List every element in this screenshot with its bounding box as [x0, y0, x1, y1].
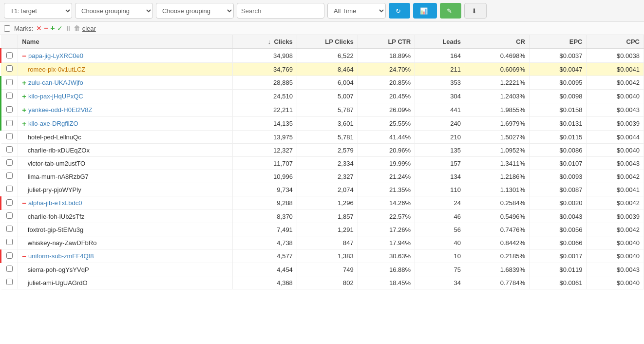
row-name-label[interactable]: zulu-can-UKAJWjfo	[28, 79, 83, 86]
row-checkbox[interactable]	[6, 79, 13, 85]
row-checkbox[interactable]	[6, 279, 13, 285]
clear-button[interactable]: clear	[82, 25, 96, 32]
row-checkbox-cell	[1, 263, 18, 276]
row-checkbox[interactable]	[6, 199, 13, 206]
header-cr[interactable]: CR	[465, 35, 529, 49]
row-checkbox-cell	[1, 103, 18, 117]
mark-minus-icon[interactable]: −	[44, 24, 48, 33]
row-name: − uniform-sub-zmFF4Qf8	[18, 249, 232, 263]
grouping2-select[interactable]: Choose grouping	[156, 3, 234, 19]
drilldown-button[interactable]: 📊	[413, 3, 437, 19]
row-name: + kilo-axe-DRgfilZO	[18, 117, 232, 131]
header-clicks[interactable]: ↓ Clicks	[232, 35, 297, 49]
row-checkbox[interactable]	[6, 252, 13, 259]
header-cpc[interactable]: CPC	[587, 35, 644, 49]
row-cr: 0.5496%	[465, 210, 529, 223]
row-lp-clicks: 1,857	[297, 210, 358, 223]
row-checkbox[interactable]	[6, 133, 13, 139]
row-checkbox[interactable]	[6, 120, 13, 126]
t1-select[interactable]: T1:Target	[4, 3, 72, 19]
edit-button[interactable]: ✎	[440, 3, 461, 19]
mark-check-icon[interactable]: ✓	[57, 24, 63, 32]
mark-x-icon[interactable]: ✕	[36, 24, 42, 32]
header-lp-clicks[interactable]: LP Clicks	[297, 35, 358, 49]
row-cr: 0.6069%	[465, 63, 529, 76]
table-row: − hotel-ped-LellnuQc 13,975 5,781 41.44%…	[1, 131, 644, 144]
row-lp-ctr: 20.96%	[358, 144, 415, 157]
row-name-label[interactable]: hotel-ped-LellnuQc	[28, 134, 81, 141]
header-checkbox	[1, 35, 18, 49]
row-checkbox[interactable]	[6, 226, 13, 232]
row-checkbox[interactable]	[6, 239, 13, 245]
row-epc: $0.0095	[530, 76, 587, 90]
row-checkbox[interactable]	[6, 146, 13, 153]
row-name-label[interactable]: uniform-sub-zmFF4Qf8	[28, 252, 94, 260]
marker-none: −	[22, 134, 26, 141]
row-lp-ctr: 21.35%	[358, 183, 415, 196]
row-name-label[interactable]: juliet-ami-UgUAGrdO	[28, 279, 88, 287]
marks-label: Marks:	[14, 25, 33, 32]
row-lp-clicks: 8,464	[297, 63, 358, 76]
row-name-label[interactable]: charlie-rib-xDUEqZOx	[28, 147, 90, 154]
row-name-label[interactable]: whiskey-nay-ZawDFbRo	[28, 239, 97, 247]
row-checkbox[interactable]	[6, 65, 13, 72]
row-lp-clicks: 847	[297, 236, 358, 249]
row-checkbox[interactable]	[6, 212, 13, 219]
row-cpc: $0.0042	[587, 170, 644, 183]
toolbar: T1:Target Choose grouping Choose groupin…	[0, 0, 644, 22]
row-epc: $0.0017	[530, 249, 587, 263]
row-lp-clicks: 6,522	[297, 49, 358, 63]
search-input[interactable]	[237, 3, 324, 19]
select-all-checkbox[interactable]	[4, 25, 10, 32]
row-cpc: $0.0042	[587, 76, 644, 90]
row-lp-clicks: 2,334	[297, 157, 358, 170]
row-checkbox[interactable]	[6, 52, 13, 58]
csv-icon: ⬇	[472, 7, 477, 15]
row-name-label[interactable]: juliet-pry-pjoWYPly	[28, 186, 81, 193]
row-epc: $0.0098	[530, 90, 587, 103]
row-name-label[interactable]: yankee-odd-H0El2V8Z	[28, 106, 93, 114]
mark-pause-icon[interactable]: ⏸	[65, 24, 72, 32]
row-cr: 1.6839%	[465, 263, 529, 276]
row-name-label[interactable]: papa-jig-LyXRC0e0	[28, 52, 83, 59]
row-name-label[interactable]: charlie-foh-iUb2sTfz	[28, 213, 84, 220]
header-leads[interactable]: Leads	[415, 35, 465, 49]
refresh-button[interactable]: ↻	[389, 3, 410, 19]
row-name-label[interactable]: foxtrot-gip-5tElVu3g	[28, 226, 83, 233]
row-name-label[interactable]: alpha-jib-eTxLbdc0	[28, 199, 82, 207]
row-lp-ctr: 20.85%	[358, 76, 415, 90]
row-checkbox[interactable]	[6, 186, 13, 192]
row-cpc: $0.0040	[587, 276, 644, 289]
time-select[interactable]: All Time	[327, 3, 386, 19]
csv-button[interactable]: ⬇	[464, 3, 487, 19]
row-leads: 24	[415, 196, 465, 210]
row-leads: 56	[415, 223, 465, 236]
row-lp-ctr: 41.44%	[358, 131, 415, 144]
row-checkbox[interactable]	[6, 159, 13, 166]
row-leads: 34	[415, 276, 465, 289]
header-name[interactable]: Name	[18, 35, 232, 49]
row-cr: 0.7784%	[465, 276, 529, 289]
row-lp-clicks: 5,007	[297, 90, 358, 103]
marker-none: −	[22, 239, 26, 247]
row-lp-ctr: 19.99%	[358, 157, 415, 170]
row-name-label[interactable]: victor-tab-um2ustTO	[28, 160, 85, 167]
row-name-label[interactable]: kilo-axe-DRgfilZO	[28, 120, 78, 127]
mark-plus-icon[interactable]: +	[50, 24, 55, 33]
grouping1-select[interactable]: Choose grouping	[75, 3, 153, 19]
row-name-label[interactable]: kilo-pax-jHqUPxQC	[28, 93, 83, 100]
row-lp-clicks: 1,383	[297, 249, 358, 263]
row-name-label[interactable]: romeo-pix-0v1utLCZ	[28, 66, 86, 73]
row-name-label[interactable]: sierra-poh-ogYsYVqP	[28, 266, 89, 273]
row-checkbox[interactable]	[6, 172, 13, 179]
row-checkbox[interactable]	[6, 93, 13, 99]
marker-red-icon: −	[22, 199, 26, 207]
row-checkbox[interactable]	[6, 266, 13, 272]
row-lp-ctr: 18.89%	[358, 49, 415, 63]
row-name-label[interactable]: lima-mum-nA8RzbG7	[28, 173, 89, 180]
header-lp-ctr[interactable]: LP CTR	[358, 35, 415, 49]
row-lp-clicks: 2,579	[297, 144, 358, 157]
header-epc[interactable]: EPC	[530, 35, 587, 49]
mark-trash-icon[interactable]: 🗑	[74, 24, 80, 32]
row-checkbox[interactable]	[6, 106, 13, 113]
